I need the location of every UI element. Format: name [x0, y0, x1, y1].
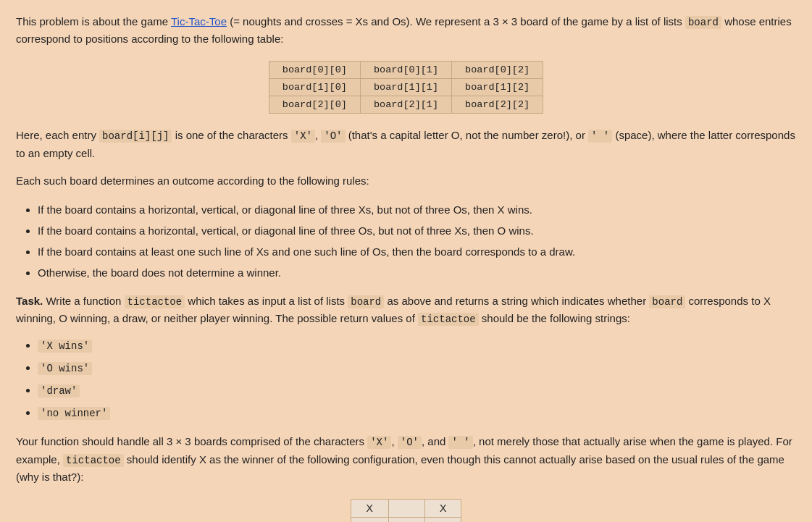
- example-cell: X: [424, 500, 461, 518]
- example-board-table: X XOXX X: [351, 499, 462, 522]
- return-value-item: 'X wins': [38, 335, 796, 355]
- intro-paragraph: This problem is about the game Tic-Tac-T…: [16, 13, 796, 48]
- board-code-intro: board: [685, 16, 721, 29]
- intro-text-before-link: This problem is about the game: [16, 15, 171, 28]
- outcome-intro: Each such board determines an outcome ac…: [16, 172, 796, 190]
- task-text3: as above and returns a string which indi…: [384, 295, 649, 307]
- entry-text1: Here, each entry: [16, 129, 99, 141]
- board-cell: board[1][2]: [452, 79, 543, 96]
- board-cell: board[0][1]: [360, 62, 451, 79]
- rule-item: If the board contains a horizontal, vert…: [38, 221, 796, 240]
- bottom-code1: 'X': [367, 436, 391, 449]
- board-table-container: board[0][0]board[0][1]board[0][2]board[1…: [16, 61, 796, 114]
- board-cell: board[2][1]: [360, 96, 451, 114]
- example-cell: O: [351, 518, 388, 522]
- task-text5: should be the following strings:: [479, 312, 630, 324]
- intro-text-after-link: (= noughts and crosses = Xs and Os). We …: [227, 15, 685, 28]
- entry-text4: (that's a capital letter O, not the numb…: [346, 129, 589, 141]
- example-cell: [388, 500, 424, 518]
- bottom-paragraph: Your function should handle all 3 × 3 bo…: [16, 433, 796, 486]
- bottom-text5: should identify X as the winner of the f…: [16, 453, 784, 483]
- board-cell: board[0][2]: [452, 62, 543, 79]
- rules-list: If the board contains a horizontal, vert…: [38, 200, 796, 282]
- tic-tac-toe-link[interactable]: Tic-Tac-Toe: [171, 15, 227, 28]
- return-value-code: 'no winner': [38, 407, 110, 420]
- return-value-code: 'X wins': [38, 340, 92, 353]
- task-code3: board: [649, 295, 685, 308]
- task-code4: tictactoe: [418, 313, 479, 326]
- rule-item: If the board contains a horizontal, vert…: [38, 200, 796, 219]
- return-value-code: 'draw': [38, 384, 80, 397]
- entry-description: Here, each entry board[i][j] is one of t…: [16, 127, 796, 161]
- bottom-text1: Your function should handle all 3 × 3 bo…: [16, 435, 367, 447]
- example-board-container: X XOXX X: [16, 499, 796, 522]
- task-label: Task.: [16, 295, 43, 307]
- board-cell: board[1][1]: [360, 79, 451, 96]
- board-cell: board[2][2]: [452, 96, 543, 114]
- bottom-code2: 'O': [398, 436, 422, 449]
- example-cell: X: [424, 518, 461, 522]
- task-text1: Write a function: [43, 295, 124, 307]
- entry-text2: is one of the characters: [172, 129, 290, 141]
- task-paragraph: Task. Write a function tictactoe which t…: [16, 292, 796, 328]
- board-cell: board[2][0]: [269, 96, 360, 114]
- rule-item: Otherwise, the board does not determine …: [38, 263, 796, 282]
- bottom-code4: tictactoe: [63, 454, 124, 467]
- bottom-text3: , and: [422, 435, 449, 447]
- entry-code4: ' ': [588, 130, 612, 143]
- entry-code3: 'O': [321, 130, 345, 143]
- example-cell: X: [388, 518, 424, 522]
- task-code1: tictactoe: [125, 295, 185, 308]
- example-cell: X: [351, 500, 388, 518]
- return-values-list: 'X wins''O wins''draw''no winner': [38, 335, 796, 424]
- board-position-table: board[0][0]board[0][1]board[0][2]board[1…: [269, 61, 543, 114]
- return-value-item: 'draw': [38, 380, 796, 400]
- entry-code2: 'X': [291, 130, 315, 143]
- board-cell: board[1][0]: [269, 79, 360, 96]
- task-code2: board: [348, 295, 384, 308]
- return-value-code: 'O wins': [38, 362, 92, 375]
- bottom-text2: ,: [391, 435, 397, 447]
- return-value-item: 'O wins': [38, 358, 796, 378]
- entry-code1: board[i][j]: [99, 130, 172, 143]
- board-cell: board[0][0]: [269, 62, 360, 79]
- return-value-item: 'no winner': [38, 403, 796, 423]
- bottom-code3: ' ': [448, 436, 472, 449]
- rule-item: If the board contains at least one such …: [38, 242, 796, 261]
- task-text2: which takes as input a list of lists: [185, 295, 348, 307]
